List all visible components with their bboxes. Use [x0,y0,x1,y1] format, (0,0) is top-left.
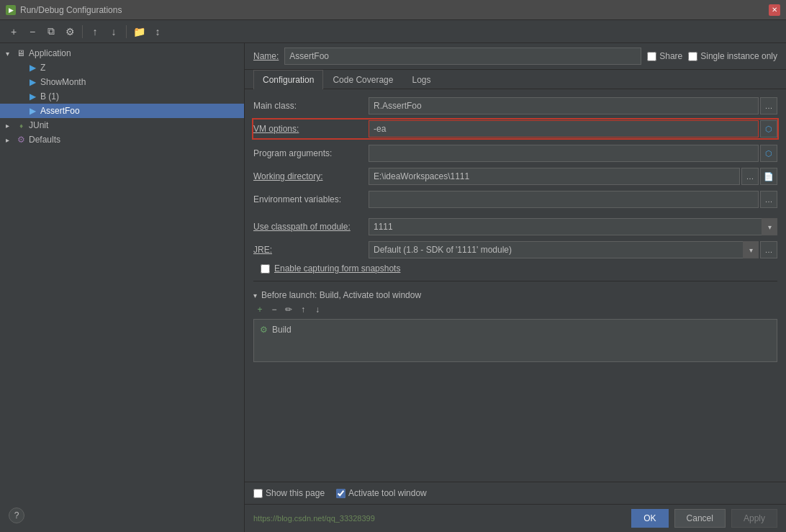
right-panel: Name: Share Single instance only Confi [245,43,786,532]
show-this-page-label[interactable]: Show this page [253,488,325,498]
tree-item-application[interactable]: ▾ 🖥 Application [0,46,244,60]
defaults-icon: ⚙ [16,135,26,145]
build-icon: ⚙ [260,325,268,335]
launch-add-btn[interactable]: + [253,303,266,316]
toolbar-separator [82,25,83,38]
sort-button[interactable]: ↕ [150,24,166,40]
toolbar: + − ⧉ ⚙ ↑ ↓ 📁 ↕ [0,20,786,43]
activate-tool-window-label[interactable]: Activate tool window [336,488,427,498]
enable-capturing-label: Enable capturing form snapshots [274,263,400,274]
z-icon: ▶ [27,63,37,73]
working-dir-file-btn[interactable]: 📄 [760,168,777,185]
main-container: + − ⧉ ⚙ ↑ ↓ 📁 ↕ ▾ 🖥 Application ▶ Z [0,20,786,532]
program-args-row: Program arguments: ⬡ [253,144,777,163]
main-class-input[interactable] [369,97,759,114]
form-area: Main class: … VM options: ⬡ Program argu… [245,89,786,482]
launch-down-btn[interactable]: ↓ [311,303,324,316]
classpath-label: Use classpath of module: [253,222,369,232]
jre-browse-btn[interactable]: … [760,241,777,258]
move-up-button[interactable]: ↑ [87,24,103,40]
arrow-application: ▾ [6,50,13,58]
env-vars-browse-btn[interactable]: … [760,191,777,208]
vm-options-label: VM options: [253,124,369,134]
enable-capturing-checkbox[interactable] [261,264,270,274]
dialog-footer: https://blog.csdn.net/qq_33328399 OK Can… [245,504,786,532]
working-dir-input[interactable] [369,168,740,185]
b1-label: B (1) [40,91,59,102]
launch-up-btn[interactable]: ↑ [297,303,310,316]
arrow-defaults: ▸ [6,136,13,144]
program-args-input[interactable] [369,145,759,162]
main-class-row: Main class: … [253,96,777,115]
vm-options-expand-btn[interactable]: ⬡ [760,120,777,137]
ok-button[interactable]: OK [631,509,668,528]
tree-item-z[interactable]: ▶ Z [0,60,244,75]
jre-select[interactable]: Default (1.8 - SDK of '1111' module) [369,241,759,258]
before-launch-header: ▾ Before launch: Build, Activate tool wi… [253,287,777,303]
activate-tool-window-checkbox[interactable] [336,489,345,498]
move-down-button[interactable]: ↓ [106,24,122,40]
application-icon: 🖥 [16,48,26,58]
copy-button[interactable]: ⧉ [43,24,59,40]
single-instance-checkbox[interactable] [688,52,697,61]
main-class-browse-btn[interactable]: … [760,97,777,114]
single-instance-checkbox-label[interactable]: Single instance only [688,51,777,61]
jre-row: JRE: Default (1.8 - SDK of '1111' module… [253,240,777,259]
tree-item-b1[interactable]: ▶ B (1) [0,89,244,104]
app-icon: ▶ [6,5,16,15]
show-this-page-checkbox[interactable] [253,489,263,498]
b1-icon: ▶ [27,91,37,102]
remove-button[interactable]: − [24,24,40,40]
program-args-label: Program arguments: [253,148,369,158]
left-panel: ▾ 🖥 Application ▶ Z ▶ ShowMonth ▶ B (1) [0,43,245,532]
program-args-expand-btn[interactable]: ⬡ [760,145,777,162]
bottom-checkboxes: Show this page Activate tool window [245,482,786,504]
tree-item-showmonth[interactable]: ▶ ShowMonth [0,75,244,89]
share-checkbox-label[interactable]: Share [647,51,682,61]
toolbar-separator-2 [126,25,127,38]
name-bar: Name: Share Single instance only [245,43,786,70]
settings-button[interactable]: ⚙ [62,24,78,40]
tab-logs[interactable]: Logs [402,70,440,89]
junit-label: JUnit [29,120,48,130]
add-button[interactable]: + [6,24,22,40]
vm-options-input[interactable] [369,120,759,137]
launch-remove-btn[interactable]: − [268,303,281,316]
tree-item-defaults[interactable]: ▸ ⚙ Defaults [0,132,244,147]
title-bar: ▶ Run/Debug Configurations ✕ [0,0,786,20]
env-vars-input[interactable] [369,191,759,208]
assertfoo-label: AssertFoo [40,106,80,116]
tree-item-assertfoo[interactable]: ▶ AssertFoo [0,104,244,118]
jre-select-wrapper: Default (1.8 - SDK of '1111' module) ▾ [369,241,759,258]
application-label: Application [29,48,71,58]
jre-label: JRE: [253,245,369,255]
defaults-label: Defaults [29,135,60,145]
working-dir-browse-btn[interactable]: … [741,168,759,185]
close-button[interactable]: ✕ [769,4,780,16]
name-label: Name: [253,51,279,61]
apply-button[interactable]: Apply [731,509,777,528]
assertfoo-icon: ▶ [27,106,37,116]
enable-capturing-row: Enable capturing form snapshots [253,263,777,274]
z-label: Z [40,63,45,73]
footer-url: https://blog.csdn.net/qq_33328399 [253,514,375,523]
share-checkbox[interactable] [647,52,656,61]
vm-options-row: VM options: ⬡ [253,120,777,138]
launch-edit-btn[interactable]: ✏ [282,303,295,316]
name-input[interactable] [284,48,641,65]
main-class-label: Main class: [253,101,369,111]
junit-icon: ⬧ [16,120,26,130]
tree-item-junit[interactable]: ▸ ⬧ JUnit [0,118,244,132]
classpath-select[interactable]: 1111 [369,218,777,235]
showmonth-label: ShowMonth [40,77,86,87]
folder-button[interactable]: 📁 [131,24,147,40]
cancel-button[interactable]: Cancel [674,509,726,528]
help-button[interactable]: ? [9,508,24,523]
arrow-junit: ▸ [6,122,13,130]
launch-item-build[interactable]: ⚙ Build [257,323,774,337]
tab-configuration[interactable]: Configuration [253,70,323,89]
tab-code-coverage[interactable]: Code Coverage [323,70,402,89]
window-title: Run/Debug Configurations [20,5,122,15]
env-vars-row: Environment variables: … [253,190,777,209]
content-area: ▾ 🖥 Application ▶ Z ▶ ShowMonth ▶ B (1) [0,43,786,532]
